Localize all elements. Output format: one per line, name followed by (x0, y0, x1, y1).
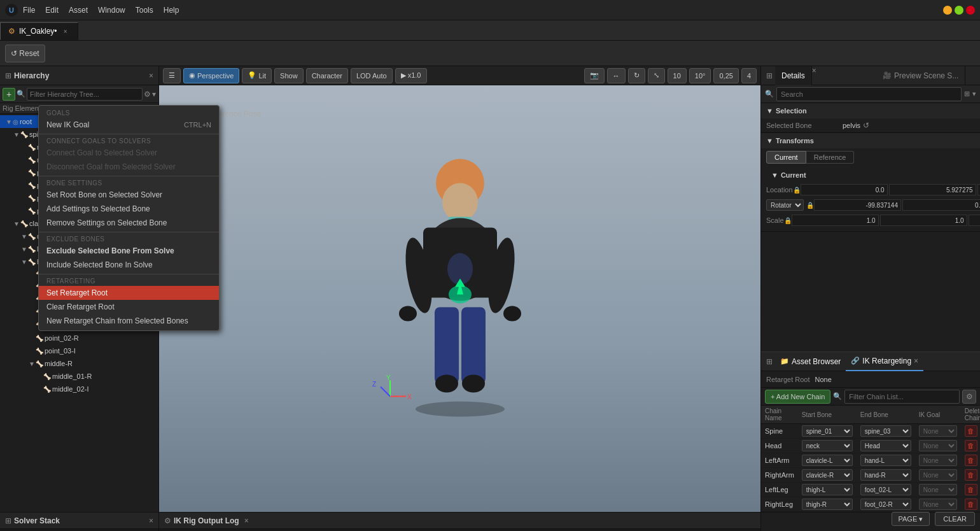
reset-button[interactable]: ↺ Reset (5, 45, 45, 62)
tab-preview-scene[interactable]: 🎥 Preview Scene S... (876, 66, 965, 85)
delete-chain-button-4[interactable]: 🗑 (965, 484, 977, 495)
ctx-new-ik-goal[interactable]: New IK Goal CTRL+N (39, 118, 219, 132)
tab-ik-oakley[interactable]: ⚙ IK_Oakley• × (0, 22, 78, 40)
rotator-y-input[interactable] (902, 199, 980, 211)
ik-goal-select-0[interactable]: None (919, 425, 957, 437)
ik-goal-select-3[interactable]: None (919, 469, 957, 481)
screen-button[interactable]: 4 (741, 68, 757, 83)
ctx-new-retarget-chain[interactable]: New Retarget Chain from Selected Bones (39, 314, 219, 328)
menu-window[interactable]: Window (98, 6, 125, 15)
scale-button[interactable]: ⤡ (648, 68, 665, 83)
add-item-button[interactable]: + (3, 88, 15, 101)
delete-chain-button-1[interactable]: 🗑 (965, 440, 977, 451)
tree-expand-clavicleR[interactable]: ▼ (13, 220, 20, 227)
maximize-button[interactable]: □ (955, 6, 963, 15)
rotate-button[interactable]: ↻ (628, 68, 645, 83)
hierarchy-close[interactable]: × (149, 71, 153, 80)
delete-chain-button-3[interactable]: 🗑 (965, 469, 977, 481)
end-bone-select-1[interactable]: Head (860, 440, 911, 451)
start-bone-select-4[interactable]: thigh-L (802, 484, 853, 495)
location-z-input[interactable] (977, 184, 980, 195)
tree-expand-lowerarmR[interactable]: ▼ (20, 246, 28, 253)
rotator-x-input[interactable] (814, 199, 901, 211)
filter-chain-input[interactable] (844, 390, 960, 404)
perspective-button[interactable]: ◉ Perspective (183, 68, 239, 83)
tab-ik-retargeting-active[interactable]: 🔗 IK Retargeting × (846, 352, 923, 371)
tree-item-middle02I[interactable]: 🦴 middle_02-I (0, 383, 158, 395)
add-chain-button[interactable]: + Add New Chain (765, 390, 830, 404)
tab-close-button[interactable]: × (61, 27, 70, 36)
location-x-input[interactable] (801, 184, 888, 195)
start-bone-select-3[interactable]: clavicle-R (802, 469, 853, 481)
start-bone-select-0[interactable]: spine_01 (802, 425, 853, 437)
ik-goal-select-4[interactable]: None (919, 484, 957, 495)
tree-expand-middleR[interactable]: ▼ (28, 360, 36, 367)
viewport[interactable]: ☰ ◉ Perspective 💡 Lit Show Character LOD… (159, 66, 760, 512)
solver-close-icon[interactable]: × (149, 516, 153, 525)
ik-goal-select-5[interactable]: None (919, 499, 957, 510)
tree-item-point02R[interactable]: 🦴 point_02-R (0, 332, 158, 344)
ik-retargeting-close-icon[interactable]: × (914, 357, 918, 365)
ctx-remove-settings[interactable]: Remove Settings on Selected Bone (39, 216, 219, 230)
end-bone-select-5[interactable]: foot_02-R (860, 499, 911, 510)
tree-item-point03I[interactable]: 🦴 point_03-I (0, 344, 158, 357)
reset-bone-button[interactable]: ↺ (863, 121, 869, 130)
output-log-close-icon[interactable]: × (244, 516, 249, 525)
character-button[interactable]: Character (306, 68, 348, 83)
start-bone-select-2[interactable]: clavicle-L (802, 455, 853, 466)
viewport-menu-button[interactable]: ☰ (163, 68, 181, 83)
menu-help[interactable]: Help (164, 6, 179, 15)
selection-header[interactable]: ▼ Selection (761, 103, 980, 118)
menu-edit[interactable]: Edit (45, 6, 59, 15)
details-search-input[interactable] (776, 87, 962, 101)
menu-file[interactable]: File (23, 6, 35, 15)
scale-y-input[interactable] (880, 215, 967, 226)
show-button[interactable]: Show (274, 68, 304, 83)
tree-item-middleR[interactable]: ▼ 🦴 middle-R (0, 357, 158, 370)
tree-expand-handR[interactable]: ▼ (20, 258, 28, 266)
scale-x-input[interactable] (792, 215, 879, 226)
chain-settings-button[interactable]: ⚙ (962, 390, 976, 404)
ctx-exclude-bone[interactable]: Exclude Selected Bone From Solve (39, 244, 219, 258)
start-bone-select-5[interactable]: thigh-R (802, 499, 853, 510)
ctx-set-root-bone[interactable]: Set Root Bone on Selected Solver (39, 188, 219, 202)
ctx-clear-retarget-root[interactable]: Clear Retarget Root (39, 300, 219, 314)
hierarchy-search[interactable] (27, 88, 143, 101)
ik-goal-select-1[interactable]: None (919, 440, 957, 451)
camera-button[interactable]: 📷 (584, 68, 605, 83)
ctx-set-retarget-root[interactable]: Set Retarget Root (39, 286, 219, 300)
current-tab[interactable]: Current (766, 151, 806, 164)
end-bone-select-4[interactable]: foot_02-L (860, 484, 911, 495)
end-bone-select-3[interactable]: hand-R (860, 469, 911, 481)
ik-goal-select-2[interactable]: None (919, 455, 957, 466)
page-nav-button[interactable]: PAGE ▾ (892, 512, 930, 526)
start-bone-select-1[interactable]: neck (802, 440, 853, 451)
rotator-type-select[interactable]: Rotator Euler Quat (766, 199, 804, 211)
minimize-button[interactable]: − (943, 6, 952, 15)
delete-chain-button-0[interactable]: 🗑 (965, 425, 977, 437)
play-button[interactable]: ▶ x1.0 (395, 68, 427, 83)
end-bone-select-0[interactable]: spine_03 (860, 425, 911, 437)
menu-tools[interactable]: Tools (136, 6, 153, 15)
tree-expand-root[interactable]: ▼ (5, 118, 13, 125)
tree-item-middle01R[interactable]: 🦴 middle_01-R (0, 370, 158, 383)
transforms-header[interactable]: ▼ Transforms (761, 133, 980, 148)
reference-tab[interactable]: Reference (806, 151, 855, 164)
delete-chain-button-5[interactable]: 🗑 (965, 499, 977, 510)
tree-expand-spine[interactable]: ▼ (13, 131, 20, 138)
tree-expand-upperarmR[interactable]: ▼ (20, 233, 28, 240)
move-button[interactable]: ↔ (607, 68, 626, 83)
angle-button[interactable]: 10° (689, 68, 711, 83)
ctx-add-settings[interactable]: Add Settings to Selected Bone (39, 202, 219, 216)
snap-button[interactable]: 0,25 (713, 68, 738, 83)
lod-button[interactable]: LOD Auto (351, 68, 393, 83)
location-y-input[interactable] (889, 184, 976, 195)
delete-chain-button-2[interactable]: 🗑 (965, 455, 977, 466)
grid-button[interactable]: 10 (668, 68, 687, 83)
lit-button[interactable]: 💡 Lit (242, 68, 272, 83)
ctx-include-bone[interactable]: Include Selected Bone In Solve (39, 258, 219, 272)
close-button[interactable]: × (966, 6, 975, 15)
tab-details[interactable]: Details (775, 66, 812, 85)
clear-log-button[interactable]: CLEAR (935, 512, 975, 526)
tab-asset-browser[interactable]: 📁 Asset Browser (775, 352, 846, 371)
